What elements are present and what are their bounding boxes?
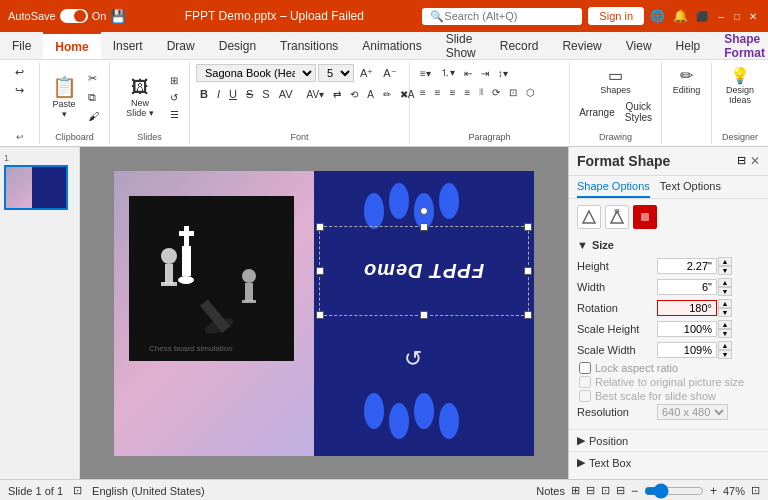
ribbon-collapse-icon[interactable]: ⬛ [696,11,708,22]
handle-mr[interactable] [524,267,532,275]
tab-shape-format[interactable]: Shape Format [712,32,768,59]
quick-styles-button[interactable]: Quick Styles [621,99,656,125]
text-direction-v-button[interactable]: ⟳ [488,85,504,100]
bold-button[interactable]: B [196,86,212,102]
scale-height-input[interactable] [657,321,717,337]
tab-record[interactable]: Record [488,32,551,59]
layout-button[interactable]: ⊞ [166,73,183,88]
columns-button[interactable]: ⫴ [475,84,487,100]
fill-icon[interactable] [577,205,601,229]
tab-view[interactable]: View [614,32,664,59]
handle-tr[interactable] [524,223,532,231]
zoom-out-icon[interactable]: − [631,484,638,498]
handle-bm[interactable] [420,311,428,319]
increase-font-button[interactable]: A⁺ [356,65,377,82]
numbering-button[interactable]: ⒈▾ [436,64,459,82]
handle-tl[interactable] [316,223,324,231]
convert-text-button[interactable]: ⟲ [346,87,362,102]
tab-design[interactable]: Design [207,32,268,59]
font-size-select[interactable]: 56 [318,64,354,82]
redo-button[interactable]: ↪ [11,82,28,99]
arrange-button[interactable]: Arrange [575,99,619,125]
tab-animations[interactable]: Animations [350,32,433,59]
line-spacing-button[interactable]: ↕▾ [494,66,512,81]
smartart-button[interactable]: ⬡ [522,85,539,100]
tab-file[interactable]: File [0,32,43,59]
shadow-button[interactable]: S [258,86,273,102]
tab-transitions[interactable]: Transitions [268,32,350,59]
width-down[interactable]: ▼ [718,287,732,296]
autosave-toggle[interactable] [60,9,88,23]
height-down[interactable]: ▼ [718,266,732,275]
rotation-input[interactable] [657,300,717,316]
zoom-level[interactable]: 47% [723,485,745,497]
best-scale-checkbox[interactable] [579,390,591,402]
align-text-button[interactable]: ⊡ [505,85,521,100]
tab-slideshow[interactable]: Slide Show [434,32,488,59]
height-input[interactable] [657,258,717,274]
height-up[interactable]: ▲ [718,257,732,266]
search-bar[interactable]: 🔍 [422,8,582,25]
justify-button[interactable]: ≡ [461,85,475,100]
handle-bl[interactable] [316,311,324,319]
zoom-in-icon[interactable]: + [710,484,717,498]
view-slide-sorter-icon[interactable]: ⊟ [586,484,595,497]
scale-height-up[interactable]: ▲ [718,320,732,329]
paste-button[interactable]: 📋 Paste ▾ [46,73,82,121]
lock-aspect-checkbox[interactable] [579,362,591,374]
tab-shape-options[interactable]: Shape Options [577,176,650,198]
copy-button[interactable]: ⧉ [84,89,103,106]
kerning-button[interactable]: AV [275,86,297,102]
handle-tm[interactable] [420,223,428,231]
rotation-down[interactable]: ▼ [718,308,732,317]
tab-home[interactable]: Home [43,32,100,59]
format-painter-button[interactable]: 🖌 [84,108,103,124]
notes-button[interactable]: Notes [536,485,565,497]
font-color-button[interactable]: A [363,87,378,102]
width-up[interactable]: ▲ [718,278,732,287]
tab-help[interactable]: Help [664,32,713,59]
rotation-handle[interactable] [420,207,428,215]
save-icon[interactable]: 💾 [110,9,126,24]
position-section[interactable]: ▶ Position [569,429,768,451]
section-button[interactable]: ☰ [166,107,183,122]
bell-icon[interactable]: 🔔 [673,9,688,23]
view-presenter-icon[interactable]: ⊟ [616,484,625,497]
view-reading-icon[interactable]: ⊡ [601,484,610,497]
search-input[interactable] [444,10,574,22]
size-section-header[interactable]: ▼ Size [569,235,768,255]
cut-button[interactable]: ✂ [84,70,103,87]
tab-text-options[interactable]: Text Options [660,176,721,198]
highlight-button[interactable]: ✏ [379,87,395,102]
decrease-indent-button[interactable]: ⇤ [460,66,476,81]
zoom-slider[interactable] [644,483,704,499]
text-box-selected[interactable]: FPPT Demo [319,226,529,316]
shapes-button[interactable]: ▭Shapes [575,64,656,97]
strikethrough-button[interactable]: S [242,86,257,102]
char-spacing-button[interactable]: AV▾ [303,87,329,102]
editing-button[interactable]: ✏Editing [669,64,705,97]
panel-detach-icon[interactable]: ⊟ [737,154,746,168]
font-family-select[interactable]: Sagona Book (Headings) [196,64,316,82]
new-slide-button[interactable]: 🖼New Slide ▾ [116,75,164,120]
scale-width-input[interactable] [657,342,717,358]
bullets-button[interactable]: ≡▾ [416,66,435,81]
italic-button[interactable]: I [213,86,224,102]
relative-original-checkbox[interactable] [579,376,591,388]
panel-close-button[interactable]: ✕ [750,154,760,168]
tab-draw[interactable]: Draw [155,32,207,59]
align-left-button[interactable]: ≡ [416,85,430,100]
view-normal-icon[interactable]: ⊞ [571,484,580,497]
text-direction-button[interactable]: ⇄ [329,87,345,102]
undo-button[interactable]: ↩ [11,64,28,81]
align-right-button[interactable]: ≡ [446,85,460,100]
text-box-section[interactable]: ▶ Text Box [569,451,768,473]
decrease-font-button[interactable]: A⁻ [379,65,400,82]
increase-indent-button[interactable]: ⇥ [477,66,493,81]
slide-canvas[interactable]: Chess board simulation [114,171,534,456]
sign-in-button[interactable]: Sign in [588,7,644,25]
maximize-button[interactable]: □ [730,9,744,23]
handle-br[interactable] [524,311,532,319]
scale-height-down[interactable]: ▼ [718,329,732,338]
tab-insert[interactable]: Insert [101,32,155,59]
